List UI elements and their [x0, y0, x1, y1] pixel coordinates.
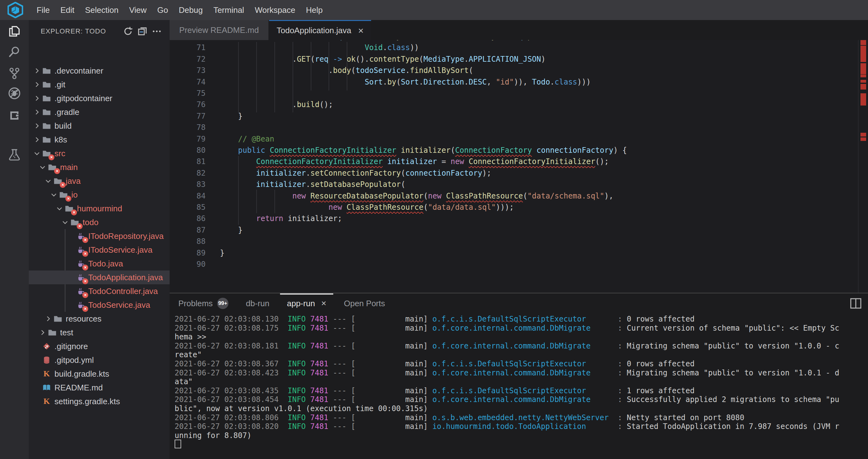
tree-item--gitignore[interactable]: .gitignore — [29, 339, 169, 353]
tree-item-label: .devcontainer — [55, 66, 103, 76]
error-badge: × — [82, 251, 88, 257]
tree-item--gitpodcontainer[interactable]: .gitpodcontainer — [29, 91, 169, 105]
indent-guide — [329, 42, 329, 90]
chevron-right-icon[interactable] — [33, 135, 41, 144]
collapse-all-icon[interactable] — [137, 26, 148, 37]
chevron-right-icon[interactable] — [33, 80, 41, 89]
code-editor[interactable]: 70 .DELETE(req -> ok().body(todoService.… — [169, 40, 868, 293]
menu-item-terminal[interactable]: Terminal — [208, 0, 249, 20]
line-number: 78 — [169, 122, 206, 133]
code-line-74: Sort.by(Sort.Direction.DESC, "id")), Tod… — [220, 77, 591, 88]
refresh-icon[interactable] — [123, 26, 133, 37]
menu-item-view[interactable]: View — [124, 0, 152, 20]
chevron-right-icon[interactable] — [38, 328, 47, 337]
error-badge: × — [65, 196, 71, 202]
menu-item-selection[interactable]: Selection — [80, 0, 124, 20]
error-badge: × — [82, 292, 88, 298]
close-icon[interactable]: × — [358, 26, 364, 35]
tree-item-build-gradle-kts[interactable]: Kbuild.gradle.kts — [29, 367, 169, 381]
code-line-76: .build(); — [220, 99, 333, 110]
menu-item-workspace[interactable]: Workspace — [249, 0, 301, 20]
chevron-right-icon[interactable] — [33, 94, 41, 103]
tree-item-resources[interactable]: resources — [29, 312, 169, 326]
chevron-down-icon[interactable] — [50, 190, 58, 199]
panel-tab-label: app-run — [287, 299, 315, 308]
chevron-down-icon[interactable] — [61, 218, 69, 227]
indent-guide — [311, 42, 311, 90]
close-icon[interactable]: × — [321, 298, 327, 308]
error-badge: × — [82, 278, 88, 284]
tree-item-build[interactable]: build — [29, 119, 169, 133]
plugin-icon[interactable] — [7, 109, 21, 122]
terminal-output[interactable]: 2021-06-27 02:03:08.130 INFO 7481 --- [ … — [175, 315, 868, 459]
error-badge: × — [54, 168, 60, 174]
terminal-line: 2021-06-27 02:03:08.130 INFO 7481 --- [ … — [175, 315, 868, 324]
folder-file-icon — [41, 107, 52, 117]
tree-item-k8s[interactable]: k8s — [29, 133, 169, 146]
chevron-right-icon[interactable] — [33, 66, 41, 75]
tree-item--gitpod-yml[interactable]: .gitpod.yml — [29, 353, 169, 367]
tree-item-todo-java[interactable]: ×Todo.java — [29, 257, 169, 270]
line-number: 80 — [169, 145, 206, 156]
debug-disabled-icon[interactable] — [7, 86, 21, 100]
tree-item-src[interactable]: ×src — [29, 146, 169, 160]
tree-item-itodoservice-java[interactable]: ×ITodoService.java — [29, 243, 169, 257]
search-icon[interactable] — [7, 45, 21, 59]
tree-item-java[interactable]: ×java — [29, 174, 169, 188]
folder-file-icon: × — [47, 163, 58, 172]
tree-item-todoservice-java[interactable]: ×TodoService.java — [29, 298, 169, 312]
tree-item-todoapplication-java[interactable]: ×TodoApplication.java — [29, 270, 169, 284]
chevron-right-icon[interactable] — [44, 314, 53, 323]
tree-item-test[interactable]: test — [29, 326, 169, 339]
tree-item-todo[interactable]: ×todo — [29, 216, 169, 229]
panel-tab-problems[interactable]: Problems99+ — [169, 293, 237, 313]
tab-label: TodoApplication.java — [277, 26, 351, 35]
chevron-down-icon[interactable] — [44, 177, 53, 185]
chevron-right-icon[interactable] — [33, 108, 41, 116]
test-flask-icon[interactable] — [7, 148, 21, 162]
terminal-line: 2021-06-27 02:03:08.423 INFO 7481 --- [ … — [175, 369, 868, 378]
code-line-87: } — [220, 225, 243, 236]
tree-item--gradle[interactable]: .gradle — [29, 105, 169, 119]
tree-item-readme-md[interactable]: README.md — [29, 381, 169, 395]
terminal-cursor — [175, 439, 181, 448]
tree-item--git[interactable]: .git — [29, 78, 169, 91]
menu-item-file[interactable]: File — [31, 0, 55, 20]
code-line-72: .GET(req -> ok().contentType(MediaType.A… — [220, 54, 546, 65]
line-number: 87 — [169, 225, 206, 236]
folder-file-icon — [41, 135, 52, 144]
chevron-down-icon[interactable] — [38, 163, 47, 172]
error-badge: × — [82, 237, 88, 243]
menu-item-edit[interactable]: Edit — [55, 0, 80, 20]
tree-item-todocontroller-java[interactable]: ×TodoController.java — [29, 284, 169, 298]
tree-item-settings-gradle-kts[interactable]: Ksettings.gradle.kts — [29, 395, 169, 408]
tree-item-io[interactable]: ×io — [29, 188, 169, 202]
chevron-down-icon[interactable] — [55, 204, 64, 213]
editor-tab-todoapplication-java[interactable]: TodoApplication.java× — [269, 20, 371, 40]
panel-tab-db-run[interactable]: db-run — [237, 293, 278, 313]
panel-tab-app-run[interactable]: app-run× — [278, 293, 335, 313]
tree-item-label: main — [60, 163, 78, 172]
tree-item-itodorepository-java[interactable]: ×ITodoRepository.java — [29, 229, 169, 243]
menu-item-go[interactable]: Go — [152, 0, 174, 20]
tree-item-main[interactable]: ×main — [29, 160, 169, 174]
folder-file-icon — [41, 121, 52, 131]
menu-item-debug[interactable]: Debug — [173, 0, 208, 20]
code-line-77: } — [220, 111, 243, 122]
source-control-icon[interactable] — [7, 66, 21, 80]
split-panel-icon[interactable] — [850, 298, 862, 310]
editor-tab-preview-readme-md[interactable]: Preview README.md — [169, 20, 269, 40]
tree-item-label: build.gradle.kts — [55, 369, 109, 379]
menu-item-help[interactable]: Help — [301, 0, 328, 20]
chevron-right-icon[interactable] — [33, 121, 41, 130]
tree-item--devcontainer[interactable]: .devcontainer — [29, 64, 169, 78]
panel-tab-open-ports[interactable]: Open Ports — [335, 293, 394, 313]
line-number: 83 — [169, 179, 206, 190]
chevron-down-icon[interactable] — [33, 149, 41, 158]
tree-item-label: ITodoRepository.java — [88, 231, 164, 241]
bottom-panel: Problems99+db-runapp-run×Open Ports 2021… — [169, 293, 868, 459]
files-icon[interactable] — [7, 24, 21, 38]
tree-item-humourmind[interactable]: ×humourmind — [29, 202, 169, 216]
more-actions-icon[interactable] — [151, 26, 162, 37]
terminal-line: hema >> — [175, 333, 868, 342]
